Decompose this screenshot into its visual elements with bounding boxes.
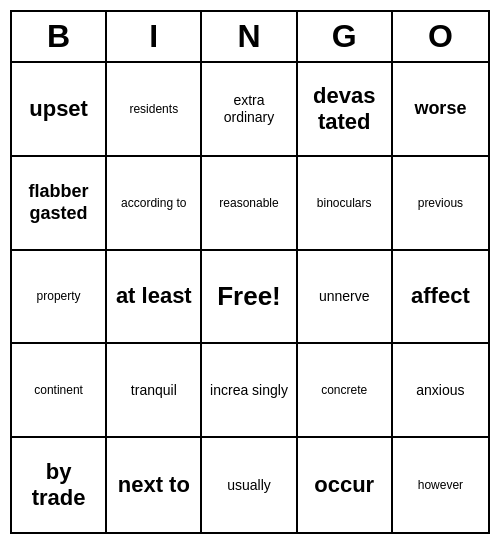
cell-text-5: flabber gasted	[16, 181, 101, 224]
bingo-header: BINGO	[12, 12, 488, 63]
cell-text-23: occur	[314, 472, 374, 498]
bingo-cell-13[interactable]: unnerve	[298, 251, 393, 345]
bingo-cell-17[interactable]: increa singly	[202, 344, 297, 438]
cell-text-0: upset	[29, 96, 88, 122]
bingo-cell-6[interactable]: according to	[107, 157, 202, 251]
cell-text-18: concrete	[321, 383, 367, 397]
cell-text-6: according to	[121, 196, 186, 210]
cell-text-3: devas tated	[302, 83, 387, 136]
bingo-cell-4[interactable]: worse	[393, 63, 488, 157]
bingo-cell-19[interactable]: anxious	[393, 344, 488, 438]
cell-text-14: affect	[411, 283, 470, 309]
bingo-cell-20[interactable]: by trade	[12, 438, 107, 532]
cell-text-11: at least	[116, 283, 192, 309]
bingo-cell-12[interactable]: Free!	[202, 251, 297, 345]
cell-text-4: worse	[414, 98, 466, 120]
cell-text-16: tranquil	[131, 382, 177, 399]
cell-text-12: Free!	[217, 281, 281, 312]
header-letter-o: O	[393, 12, 488, 61]
cell-text-19: anxious	[416, 382, 464, 399]
bingo-cell-0[interactable]: upset	[12, 63, 107, 157]
bingo-card: BINGO upsetresidentsextra ordinarydevas …	[10, 10, 490, 534]
header-letter-b: B	[12, 12, 107, 61]
header-letter-g: G	[298, 12, 393, 61]
cell-text-13: unnerve	[319, 288, 370, 305]
cell-text-22: usually	[227, 477, 271, 494]
bingo-cell-16[interactable]: tranquil	[107, 344, 202, 438]
bingo-cell-11[interactable]: at least	[107, 251, 202, 345]
cell-text-17: increa singly	[210, 382, 288, 399]
bingo-cell-10[interactable]: property	[12, 251, 107, 345]
cell-text-24: however	[418, 478, 463, 492]
header-letter-i: I	[107, 12, 202, 61]
cell-text-15: continent	[34, 383, 83, 397]
bingo-cell-24[interactable]: however	[393, 438, 488, 532]
bingo-cell-9[interactable]: previous	[393, 157, 488, 251]
cell-text-9: previous	[418, 196, 463, 210]
cell-text-20: by trade	[16, 459, 101, 512]
bingo-cell-8[interactable]: binoculars	[298, 157, 393, 251]
bingo-cell-21[interactable]: next to	[107, 438, 202, 532]
bingo-cell-1[interactable]: residents	[107, 63, 202, 157]
cell-text-1: residents	[129, 102, 178, 116]
bingo-cell-14[interactable]: affect	[393, 251, 488, 345]
bingo-cell-23[interactable]: occur	[298, 438, 393, 532]
bingo-cell-3[interactable]: devas tated	[298, 63, 393, 157]
bingo-grid: upsetresidentsextra ordinarydevas tatedw…	[12, 63, 488, 532]
bingo-cell-7[interactable]: reasonable	[202, 157, 297, 251]
cell-text-2: extra ordinary	[206, 92, 291, 126]
bingo-cell-15[interactable]: continent	[12, 344, 107, 438]
cell-text-21: next to	[118, 472, 190, 498]
bingo-cell-22[interactable]: usually	[202, 438, 297, 532]
cell-text-8: binoculars	[317, 196, 372, 210]
cell-text-7: reasonable	[219, 196, 278, 210]
bingo-cell-18[interactable]: concrete	[298, 344, 393, 438]
bingo-cell-5[interactable]: flabber gasted	[12, 157, 107, 251]
bingo-cell-2[interactable]: extra ordinary	[202, 63, 297, 157]
header-letter-n: N	[202, 12, 297, 61]
cell-text-10: property	[37, 289, 81, 303]
